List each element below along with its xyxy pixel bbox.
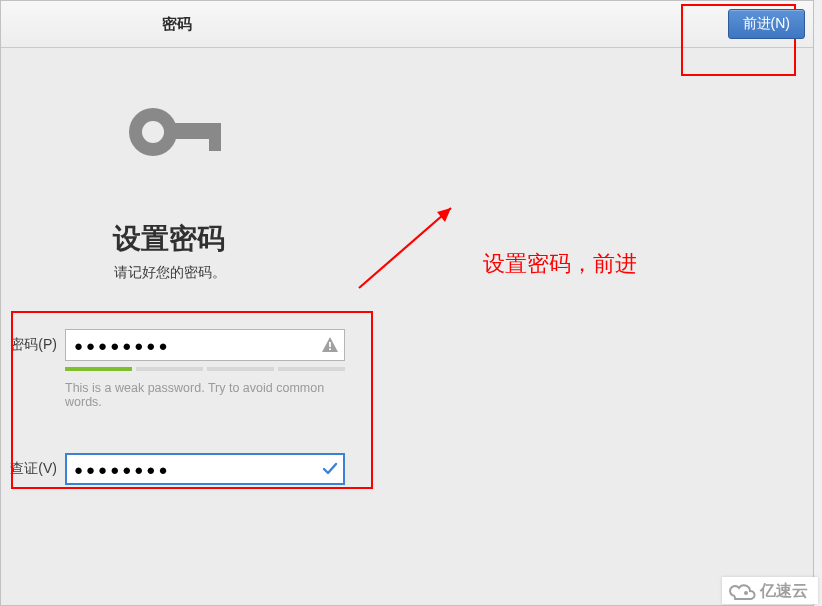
check-icon (321, 460, 339, 478)
titlebar: 密码 前进(N) (1, 1, 813, 48)
next-button[interactable]: 前进(N) (728, 9, 805, 39)
titlebar-title: 密码 (162, 15, 192, 34)
page-heading: 设置密码 (113, 220, 225, 258)
strength-segment (136, 367, 203, 371)
password-form: 密码(P) This is (1, 329, 345, 491)
svg-rect-5 (329, 348, 331, 350)
window: 密码 前进(N) 设置密码 请记好您的密码。 密码(P) (0, 0, 814, 606)
watermark-text: 亿速云 (760, 581, 808, 602)
password-row: 密码(P) (1, 329, 345, 361)
strength-segment (278, 367, 345, 371)
svg-point-8 (744, 591, 748, 595)
svg-rect-3 (209, 123, 221, 151)
password-strength-meter (65, 367, 345, 371)
svg-marker-7 (437, 208, 451, 222)
verify-input[interactable] (65, 453, 345, 485)
titlebar-title-wrap: 密码 (1, 15, 813, 34)
scrollbar[interactable] (814, 0, 822, 606)
svg-rect-4 (329, 342, 331, 347)
password-hint: This is a weak password. Try to avoid co… (65, 381, 345, 409)
password-input-wrap (65, 329, 345, 361)
verify-row: 查证(V) (1, 453, 345, 485)
warning-icon (321, 336, 339, 354)
verify-label: 查证(V) (0, 460, 57, 478)
annotation-arrow (351, 196, 471, 296)
verify-input-wrap (65, 453, 345, 485)
page-subheading: 请记好您的密码。 (114, 264, 226, 282)
content-area: 设置密码 请记好您的密码。 密码(P) (1, 48, 813, 102)
password-input[interactable] (65, 329, 345, 361)
watermark: 亿速云 (722, 577, 818, 604)
annotation-text: 设置密码，前进 (483, 249, 637, 279)
svg-point-1 (142, 121, 164, 143)
key-icon (125, 101, 225, 167)
strength-segment (207, 367, 274, 371)
svg-line-6 (359, 208, 451, 288)
password-label: 密码(P) (0, 336, 57, 354)
strength-segment (65, 367, 132, 371)
